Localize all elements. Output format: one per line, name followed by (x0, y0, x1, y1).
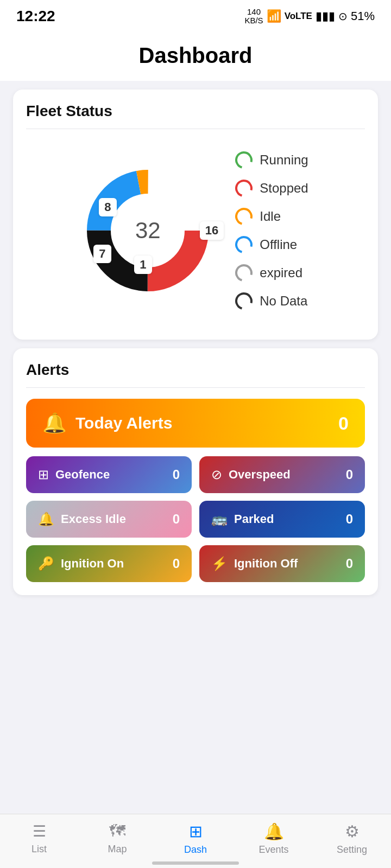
badge-running: 16 (200, 221, 224, 240)
ignition-on-tile[interactable]: 🔑 Ignition On 0 (26, 545, 192, 582)
ignition-on-icon: 🔑 (38, 556, 54, 571)
offline-icon (232, 233, 256, 257)
legend-idle: Idle (235, 207, 308, 226)
legend-nodata-label: No Data (260, 293, 307, 309)
nav-events-label: Events (258, 844, 288, 856)
geofence-count: 0 (173, 467, 180, 482)
today-alerts-count: 0 (338, 413, 349, 434)
parked-icon: 🚌 (211, 512, 228, 527)
badge-stopped: 8 (99, 198, 116, 216)
badge-offline: 7 (93, 245, 111, 263)
wifi-icon: 📶 (267, 9, 281, 23)
fleet-status-card: Fleet Status 32 (13, 90, 378, 340)
legend-expired: expired (235, 264, 308, 282)
nav-events[interactable]: 🔔 Events (235, 822, 313, 856)
today-bell-icon: 🔔 (42, 412, 67, 435)
legend-nodata: No Data (235, 292, 308, 310)
battery-percent: 51% (351, 9, 375, 23)
nodata-icon (232, 289, 256, 313)
fleet-legend: Running Stopped Idle Offline (235, 151, 308, 310)
events-icon: 🔔 (264, 822, 284, 841)
badge-idle: 1 (134, 256, 152, 274)
nav-dash-label: Dash (184, 844, 207, 856)
excess-idle-label: Excess Idle (61, 512, 126, 526)
overspeed-tile[interactable]: ⊘ Overspeed 0 (199, 456, 365, 493)
ignition-on-label: Ignition On (61, 557, 124, 571)
status-bar: 12:22 140KB/S 📶 VoLTE ▮▮▮ ⊙ 51% (0, 0, 391, 33)
excess-idle-icon: 🔔 (38, 512, 54, 527)
legend-stopped-label: Stopped (260, 181, 308, 196)
signal-icon: ▮▮▮ (316, 9, 335, 23)
setting-icon: ⚙ (345, 822, 360, 841)
nav-list-label: List (31, 844, 47, 855)
home-indicator (152, 861, 239, 865)
alerts-title: Alerts (26, 361, 365, 379)
overspeed-icon: ⊘ (211, 467, 222, 482)
donut-chart: 32 8 16 7 1 (83, 165, 213, 296)
nav-setting-label: Setting (337, 844, 367, 856)
list-icon: ☰ (33, 822, 46, 840)
fleet-chart-area: 32 8 16 7 1 Running Stopped (26, 140, 365, 327)
geofence-label: Geofence (55, 468, 110, 482)
parked-tile[interactable]: 🚌 Parked 0 (199, 501, 365, 538)
ignition-off-tile[interactable]: ⚡ Ignition Off 0 (199, 545, 365, 582)
parked-count: 0 (346, 512, 353, 527)
stopped-icon (232, 176, 256, 200)
geofence-tile[interactable]: ⊞ Geofence 0 (26, 456, 192, 493)
nav-list[interactable]: ☰ List (0, 822, 78, 855)
today-alerts-label: Today Alerts (75, 414, 172, 432)
ignition-on-count: 0 (173, 556, 180, 571)
legend-stopped: Stopped (235, 179, 308, 197)
page-title: Dashboard (0, 43, 391, 68)
overspeed-count: 0 (346, 467, 353, 482)
lte-icon: VoLTE (285, 11, 312, 22)
ignition-off-label: Ignition Off (234, 557, 298, 571)
fleet-status-title: Fleet Status (26, 103, 365, 120)
idle-icon (232, 205, 256, 228)
nav-dash[interactable]: ⊞ Dash (156, 822, 235, 856)
status-icons: 140KB/S 📶 VoLTE ▮▮▮ ⊙ 51% (244, 8, 375, 25)
page-title-bar: Dashboard (0, 33, 391, 81)
today-alerts-button[interactable]: 🔔 Today Alerts 0 (26, 399, 365, 448)
running-icon (232, 148, 256, 172)
ignition-off-icon: ⚡ (211, 556, 228, 571)
dash-icon: ⊞ (189, 822, 203, 841)
geofence-icon: ⊞ (38, 467, 49, 482)
bottom-nav: ☰ List 🗺 Map ⊞ Dash 🔔 Events ⚙ Setting (0, 814, 391, 868)
alerts-divider (26, 387, 365, 388)
legend-idle-label: Idle (260, 209, 281, 224)
parked-label: Parked (234, 512, 274, 526)
legend-running-label: Running (260, 152, 308, 168)
data-speed: 140KB/S (244, 8, 263, 25)
legend-running: Running (235, 151, 308, 169)
battery-icon: ⊙ (338, 10, 348, 23)
excess-idle-tile[interactable]: 🔔 Excess Idle 0 (26, 501, 192, 538)
legend-offline: Offline (235, 235, 308, 254)
status-time: 12:22 (16, 8, 55, 25)
fleet-divider (26, 129, 365, 129)
nav-setting[interactable]: ⚙ Setting (313, 822, 391, 856)
legend-offline-label: Offline (260, 237, 297, 252)
nav-map-label: Map (108, 844, 127, 855)
map-icon: 🗺 (109, 822, 125, 840)
ignition-off-count: 0 (346, 556, 353, 571)
donut-center-value: 32 (135, 218, 161, 244)
overspeed-label: Overspeed (229, 468, 291, 482)
nav-map[interactable]: 🗺 Map (78, 822, 156, 855)
expired-icon (232, 261, 256, 285)
legend-expired-label: expired (260, 265, 302, 280)
alerts-card: Alerts 🔔 Today Alerts 0 ⊞ Geofence 0 ⊘ O… (13, 348, 378, 595)
excess-idle-count: 0 (173, 512, 180, 527)
alert-grid: ⊞ Geofence 0 ⊘ Overspeed 0 🔔 Excess Idle… (26, 456, 365, 582)
